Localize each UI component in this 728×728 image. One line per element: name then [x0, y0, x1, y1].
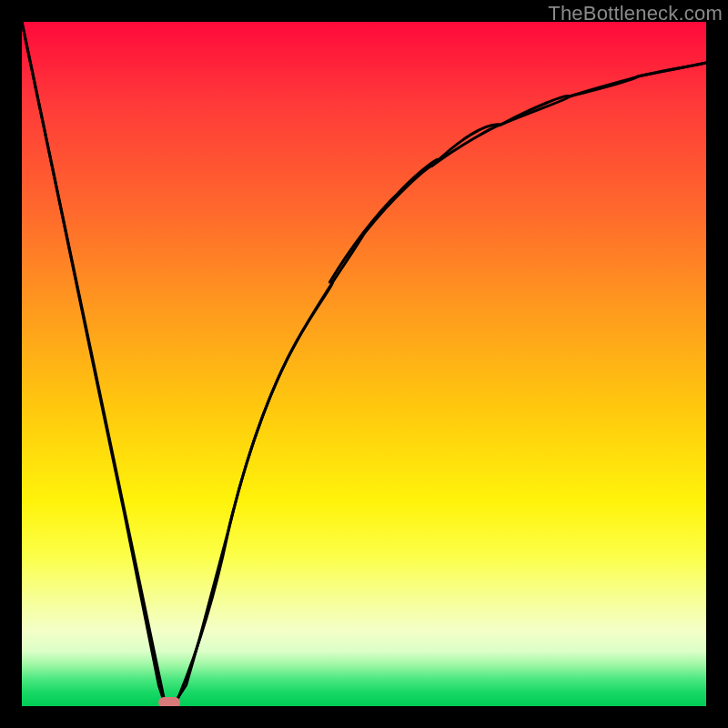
- bottleneck-curve-smooth: [22, 22, 706, 706]
- plot-area: [22, 22, 706, 706]
- watermark-text: TheBottleneck.com: [548, 2, 723, 25]
- curve-layer: [22, 22, 706, 706]
- valley-marker: [158, 697, 180, 706]
- chart-frame: TheBottleneck.com: [0, 0, 728, 728]
- bottleneck-curve: [22, 22, 706, 706]
